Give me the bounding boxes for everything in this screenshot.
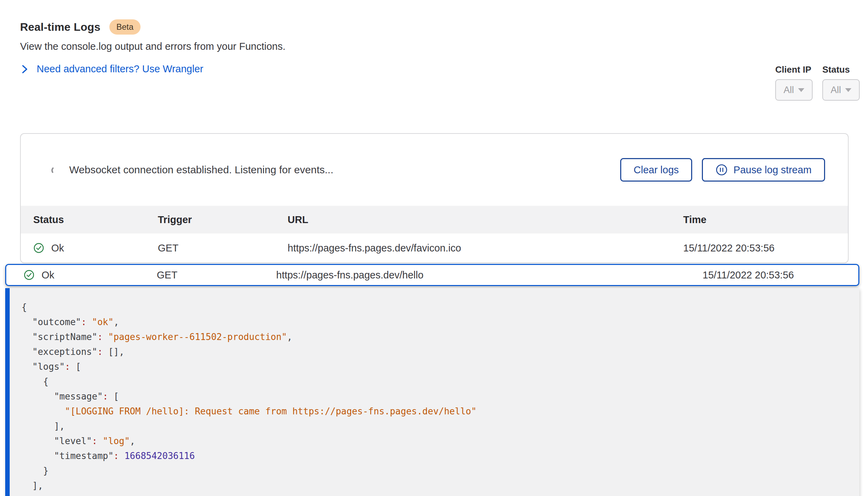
client-ip-filter: Client IP All bbox=[775, 64, 813, 101]
url-cell: https://pages-fns.pages.dev/hello bbox=[276, 269, 703, 281]
clear-logs-button[interactable]: Clear logs bbox=[620, 158, 693, 182]
log-json-output: { "outcome": "ok", "scriptName": "pages-… bbox=[21, 300, 846, 493]
wrangler-link-label: Need advanced filters? Use Wrangler bbox=[37, 63, 203, 75]
client-ip-filter-dropdown[interactable]: All bbox=[775, 79, 813, 101]
pause-log-stream-label: Pause log stream bbox=[733, 164, 812, 176]
column-trigger: Trigger bbox=[158, 214, 288, 226]
client-ip-filter-value: All bbox=[784, 85, 794, 95]
page-description: View the console.log output and errors f… bbox=[20, 41, 286, 52]
status-cell: Ok bbox=[24, 269, 157, 281]
table-header: Status Trigger URL Time bbox=[21, 206, 848, 233]
page-title-row: Real-time Logs Beta bbox=[20, 19, 141, 35]
websocket-status: Websocket connection established. Listen… bbox=[51, 164, 333, 176]
pause-icon bbox=[715, 164, 728, 176]
logs-toolbar: Websocket connection established. Listen… bbox=[21, 134, 848, 206]
caret-down-icon bbox=[845, 88, 851, 92]
status-filter-value: All bbox=[831, 85, 841, 95]
chevron-right-icon bbox=[21, 64, 28, 75]
ok-status-icon bbox=[33, 242, 44, 254]
filters: Client IP All Status All bbox=[775, 64, 860, 101]
realtime-logs-page: Real-time Logs Beta View the console.log… bbox=[0, 0, 868, 496]
log-json-panel: { "outcome": "ok", "scriptName": "pages-… bbox=[5, 288, 859, 496]
toolbar-actions: Clear logs Pause log stream bbox=[620, 158, 825, 182]
status-cell: Ok bbox=[33, 242, 158, 254]
time-cell: 15/11/2022 20:53:56 bbox=[703, 269, 848, 281]
status-filter-dropdown[interactable]: All bbox=[822, 79, 860, 101]
trigger-cell: GET bbox=[158, 242, 288, 254]
status-filter: Status All bbox=[822, 64, 860, 101]
column-status: Status bbox=[33, 214, 158, 226]
table-row[interactable]: Ok GET https://pages-fns.pages.dev/favic… bbox=[21, 233, 848, 263]
page-title: Real-time Logs bbox=[20, 21, 100, 34]
client-ip-filter-label: Client IP bbox=[775, 64, 813, 75]
spinner-icon bbox=[51, 165, 60, 175]
status-value: Ok bbox=[51, 242, 64, 254]
time-cell: 15/11/2022 20:53:56 bbox=[683, 242, 835, 254]
column-url: URL bbox=[288, 214, 683, 226]
websocket-status-text: Websocket connection established. Listen… bbox=[69, 164, 333, 176]
clear-logs-label: Clear logs bbox=[634, 164, 679, 176]
status-filter-label: Status bbox=[822, 64, 860, 75]
logs-card: Websocket connection established. Listen… bbox=[20, 133, 849, 263]
caret-down-icon bbox=[798, 88, 804, 92]
expanded-log-entry: Ok GET https://pages-fns.pages.dev/hello… bbox=[5, 264, 859, 496]
ok-status-icon bbox=[24, 269, 35, 281]
table-row-selected[interactable]: Ok GET https://pages-fns.pages.dev/hello… bbox=[5, 264, 859, 286]
wrangler-link[interactable]: Need advanced filters? Use Wrangler bbox=[21, 63, 203, 75]
trigger-cell: GET bbox=[157, 269, 276, 281]
url-cell: https://pages-fns.pages.dev/favicon.ico bbox=[288, 242, 683, 254]
status-value: Ok bbox=[42, 269, 54, 281]
pause-log-stream-button[interactable]: Pause log stream bbox=[702, 158, 825, 182]
beta-badge: Beta bbox=[109, 19, 140, 35]
column-time: Time bbox=[683, 214, 835, 226]
